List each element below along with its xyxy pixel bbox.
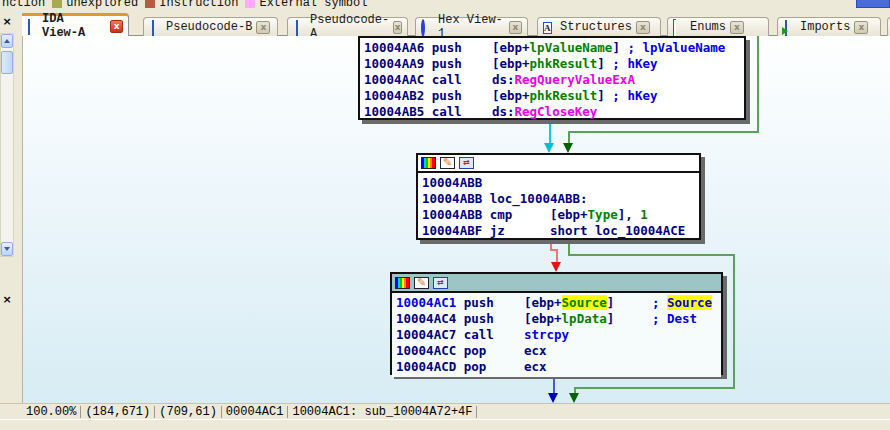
file-offset: 00004AC1 — [222, 405, 288, 419]
legend-item: nction — [2, 0, 45, 10]
zoom-level: 100.00% — [22, 405, 80, 419]
structures-icon: A — [543, 21, 556, 34]
tab-hex-view-1[interactable]: Hex View-1 x — [415, 17, 528, 36]
tab-ida-view-a[interactable]: IDA View-A x — [19, 13, 129, 36]
graph-node-loc-10004ABB[interactable]: ✎ ⇄ 10004ABB10004ABB loc_10004ABB:10004A… — [416, 153, 701, 240]
tab-bar: IDA View-A x Pseudocode-B x Pseudocode-A… — [0, 13, 890, 36]
unexplored-swatch — [52, 0, 62, 8]
close-tab-icon[interactable]: x — [509, 21, 522, 34]
status-bar: 100.00% (184,671) (709,61) 00004AC1 1000… — [0, 403, 890, 419]
tab-structures[interactable]: A Structures x — [537, 17, 661, 36]
tab-label: Imports — [800, 20, 850, 34]
legend-item: External symbol — [245, 0, 367, 10]
scroll-down-icon[interactable] — [1, 242, 13, 256]
bottom-strip — [0, 419, 890, 430]
hex-view-icon — [421, 21, 434, 34]
edge-normal-flow — [549, 120, 551, 144]
edge-arrowhead — [569, 393, 579, 403]
tab-imports[interactable]: Imports x — [777, 17, 881, 36]
graph-view[interactable]: 10004AA6 push [ebp+lpValueName] ; lpValu… — [22, 36, 890, 403]
legend-label: External symbol — [259, 0, 367, 10]
group-node-icon[interactable]: ⇄ — [459, 157, 474, 169]
enums-icon — [673, 21, 686, 34]
close-panel-icon[interactable]: × — [1, 294, 13, 307]
graph-node-10004AA6[interactable]: 10004AA6 push [ebp+lpValueName] ; lpValu… — [358, 36, 746, 120]
disassembly-code[interactable]: 10004AC1 push [ebp+Source] ; Source10004… — [392, 293, 721, 377]
ida-window: nction unexplored Instruction External s… — [0, 0, 890, 430]
tab-label: Structures — [560, 20, 632, 34]
group-node-icon[interactable]: ⇄ — [433, 277, 448, 289]
close-tab-icon[interactable]: x — [730, 21, 744, 34]
tab-pseudocode-b[interactable]: Pseudocode-B x — [143, 17, 278, 36]
close-tab-icon[interactable]: x — [110, 20, 123, 33]
edge-jump-not-taken — [556, 249, 558, 263]
edge-jump-taken — [757, 36, 759, 133]
edge-jump-taken — [568, 254, 735, 256]
vertical-scrollbar[interactable] — [0, 33, 14, 257]
edit-node-icon[interactable]: ✎ — [440, 157, 455, 169]
legend-item: unexplored — [52, 0, 138, 10]
edge-jump-taken — [574, 387, 735, 389]
node-color-icon[interactable] — [395, 277, 410, 289]
graph-coordinates: (184,671) — [81, 405, 154, 419]
external-symbol-swatch — [245, 0, 255, 8]
scrollbar-thumb[interactable] — [1, 51, 13, 74]
legend-label: unexplored — [66, 0, 138, 10]
instruction-swatch — [145, 0, 155, 8]
edge-arrowhead — [548, 393, 558, 403]
tab-label: Enums — [690, 20, 726, 34]
current-address-label: 10004AC1: sub_10004A72+4F — [288, 405, 476, 419]
edge-jump-taken — [568, 131, 759, 133]
legend-item: Instruction — [145, 0, 238, 10]
node-title-bar[interactable]: ✎ ⇄ — [392, 274, 721, 293]
edit-node-icon[interactable]: ✎ — [414, 277, 429, 289]
navigation-band-fragment[interactable] — [856, 0, 890, 8]
legend-label: nction — [2, 0, 45, 10]
close-tab-icon[interactable]: x — [393, 21, 402, 34]
edge-arrowhead — [563, 143, 573, 153]
node-title-bar[interactable]: ✎ ⇄ — [418, 155, 699, 173]
cursor-coordinates: (709,61) — [155, 405, 221, 419]
left-dock-rail: × × — [0, 13, 22, 430]
separator — [476, 406, 477, 418]
pseudocode-icon — [293, 21, 306, 34]
imports-icon — [783, 21, 796, 34]
disassembly-code[interactable]: 10004ABB10004ABB loc_10004ABB:10004ABB c… — [418, 173, 699, 241]
close-panel-icon[interactable]: × — [1, 16, 13, 29]
legend-label: Instruction — [159, 0, 238, 10]
disassembly-code[interactable]: 10004AA6 push [ebp+lpValueName] ; lpValu… — [360, 38, 744, 122]
close-tab-icon[interactable]: x — [636, 21, 650, 34]
edge-arrowhead — [544, 143, 554, 153]
pseudocode-icon — [149, 21, 162, 34]
graph-node-10004AC1[interactable]: ✎ ⇄ 10004AC1 push [ebp+Source] ; Source1… — [390, 272, 723, 375]
close-tab-icon[interactable]: x — [854, 21, 868, 34]
tab-enums[interactable]: Enums x — [667, 17, 769, 36]
node-color-icon[interactable] — [421, 157, 436, 169]
edge-normal-flow — [553, 375, 555, 394]
close-tab-icon[interactable]: x — [256, 21, 270, 34]
scroll-up-icon[interactable] — [1, 34, 13, 48]
tab-label: Pseudocode-B — [166, 20, 252, 34]
color-legend-strip: nction unexplored Instruction External s… — [0, 0, 890, 13]
tab-pseudocode-a[interactable]: Pseudocode-A x — [287, 17, 408, 36]
edge-arrowhead — [551, 262, 561, 272]
ida-view-icon — [25, 20, 38, 33]
edge-jump-taken — [733, 254, 735, 389]
